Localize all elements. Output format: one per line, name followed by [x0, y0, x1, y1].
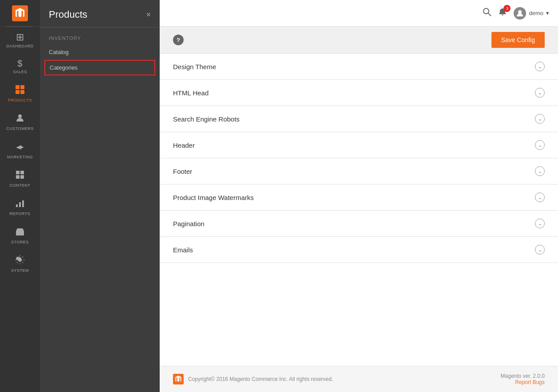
sidebar-item-content-label: CONTENT — [10, 183, 31, 188]
sidebar-item-stores[interactable]: STORES — [0, 221, 40, 250]
config-section-emails[interactable]: Emails ⌄ — [160, 237, 558, 263]
sidebar-item-dashboard-label: DASHBOARD — [6, 44, 34, 48]
config-section-title: Emails — [173, 246, 193, 254]
svg-line-18 — [488, 13, 491, 16]
reports-icon — [15, 198, 25, 210]
svg-rect-10 — [16, 204, 18, 207]
config-section-product-image-watermarks[interactable]: Product Image Watermarks ⌄ — [160, 184, 558, 211]
sidebar-item-system-label: SYSTEM — [11, 268, 29, 273]
config-section-title: HTML Head — [173, 89, 208, 97]
config-section-title: Product Image Watermarks — [173, 194, 254, 201]
chevron-down-icon: ⌄ — [535, 140, 545, 150]
footer-version: Magento ver. 2.0.0 — [501, 373, 545, 379]
user-menu[interactable]: demo ▾ — [514, 7, 549, 20]
sidebar-item-marketing-label: MARKETING — [7, 155, 33, 159]
dashboard-icon: ⊞ — [16, 32, 24, 42]
search-icon[interactable] — [483, 8, 491, 19]
config-sections-list: Design Theme ⌄ HTML Head ⌄ Search Engine… — [160, 54, 558, 366]
svg-rect-1 — [16, 85, 20, 89]
sidebar-item-marketing[interactable]: MARKETING — [0, 136, 40, 165]
topbar: 3 demo ▾ — [160, 0, 558, 27]
content-icon — [15, 170, 25, 181]
save-config-button[interactable]: Save Config — [491, 32, 545, 48]
flyout-menu: Products × Inventory Catalog Categories — [40, 0, 160, 392]
sidebar-item-system[interactable]: SYSTEM — [0, 250, 40, 278]
report-bugs-link[interactable]: Report Bugs — [515, 379, 545, 385]
svg-point-19 — [518, 10, 522, 14]
config-section-title: Design Theme — [173, 63, 216, 71]
page-header: ? Save Config — [160, 27, 558, 54]
stores-icon — [15, 227, 25, 238]
user-dropdown-icon: ▾ — [546, 10, 549, 16]
notification-bell[interactable]: 3 — [498, 8, 507, 19]
sidebar-item-customers[interactable]: CUSTOMERS — [0, 108, 40, 136]
footer-copyright: Copyright© 2016 Magento Commerce Inc. Al… — [188, 376, 333, 382]
config-section-search-engine-robots[interactable]: Search Engine Robots ⌄ — [160, 106, 558, 132]
svg-rect-4 — [20, 90, 24, 94]
config-section-footer[interactable]: Footer ⌄ — [160, 158, 558, 184]
config-section-pagination[interactable]: Pagination ⌄ — [160, 211, 558, 237]
notification-count: 3 — [503, 5, 511, 12]
marketing-icon — [15, 141, 25, 153]
chevron-down-icon: ⌄ — [535, 219, 545, 228]
flyout-section-label: Inventory — [40, 27, 160, 44]
flyout-title: Products — [49, 9, 87, 20]
user-name: demo — [529, 10, 543, 16]
config-section-title: Search Engine Robots — [173, 115, 240, 123]
help-icon[interactable]: ? — [173, 35, 184, 45]
flyout-item-catalog[interactable]: Catalog — [40, 44, 160, 60]
sidebar-item-stores-label: STORES — [11, 240, 29, 244]
config-section-design-theme[interactable]: Design Theme ⌄ — [160, 54, 558, 80]
system-icon — [15, 255, 25, 267]
sidebar-item-dashboard[interactable]: ⊞ DASHBOARD — [0, 27, 40, 54]
svg-rect-8 — [16, 175, 20, 179]
user-avatar — [514, 7, 526, 20]
page-footer: Copyright© 2016 Magento Commerce Inc. Al… — [160, 366, 558, 392]
chevron-down-icon: ⌄ — [535, 88, 545, 98]
footer-right: Magento ver. 2.0.0 Report Bugs — [501, 373, 545, 385]
customers-icon — [15, 113, 25, 125]
chevron-down-icon: ⌄ — [535, 192, 545, 202]
svg-rect-2 — [20, 85, 24, 89]
svg-rect-9 — [20, 175, 24, 179]
footer-left: Copyright© 2016 Magento Commerce Inc. Al… — [173, 374, 333, 384]
svg-point-17 — [483, 8, 489, 14]
sidebar: ⊞ DASHBOARD $ SALES PRODUCTS CUSTOMERS M… — [0, 0, 40, 392]
config-section-title: Pagination — [173, 220, 204, 227]
main-content: 3 demo ▾ ? Save Config Design Theme ⌄ HT… — [160, 0, 558, 392]
magento-logo — [12, 5, 28, 21]
sidebar-item-reports-label: REPORTS — [10, 212, 31, 216]
flyout-header: Products × — [40, 0, 160, 27]
chevron-down-icon: ⌄ — [535, 166, 545, 176]
svg-rect-3 — [16, 90, 20, 94]
svg-rect-6 — [16, 171, 20, 174]
sidebar-item-content[interactable]: CONTENT — [0, 165, 40, 193]
products-icon — [15, 85, 25, 96]
config-section-header[interactable]: Header ⌄ — [160, 132, 558, 158]
flyout-close-button[interactable]: × — [146, 10, 151, 20]
sales-icon: $ — [17, 59, 23, 68]
config-section-title: Footer — [173, 168, 192, 175]
sidebar-item-reports[interactable]: REPORTS — [0, 193, 40, 221]
svg-point-5 — [18, 114, 22, 118]
sidebar-item-products-label: PRODUCTS — [8, 98, 32, 102]
svg-rect-14 — [19, 233, 21, 235]
chevron-down-icon: ⌄ — [535, 245, 545, 255]
svg-rect-12 — [22, 200, 24, 207]
chevron-down-icon: ⌄ — [535, 62, 545, 71]
sidebar-item-customers-label: CUSTOMERS — [6, 126, 34, 131]
logo-container — [0, 0, 40, 27]
config-section-html-head[interactable]: HTML Head ⌄ — [160, 80, 558, 106]
chevron-down-icon: ⌄ — [535, 114, 545, 124]
sidebar-item-sales[interactable]: $ SALES — [0, 54, 40, 79]
sidebar-item-sales-label: SALES — [13, 70, 27, 74]
sidebar-item-products[interactable]: PRODUCTS — [0, 79, 40, 108]
flyout-item-categories[interactable]: Categories — [44, 60, 155, 75]
footer-logo — [173, 374, 184, 384]
config-section-title: Header — [173, 141, 195, 149]
svg-rect-7 — [20, 171, 24, 174]
svg-rect-11 — [19, 202, 21, 207]
